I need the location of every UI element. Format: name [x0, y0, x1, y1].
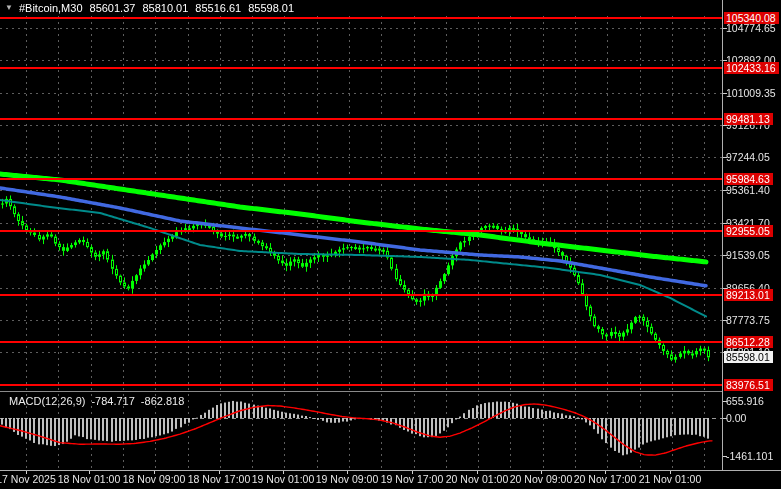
price-axis-label: 95361.40	[726, 184, 770, 196]
price-chart-canvas[interactable]	[0, 0, 781, 489]
chevron-down-icon[interactable]: ▼	[5, 3, 13, 12]
time-axis-label: 18 Nov 17:00	[188, 473, 250, 485]
chart-title-bar[interactable]: ▼ #Bitcoin,M30 85601.37 85810.01 85516.6…	[5, 1, 294, 14]
open-price: 85601.37	[90, 2, 136, 14]
macd-indicator-label: MACD(12,26,9) -784.717 -862.818	[9, 395, 184, 407]
time-axis-label: 17 Nov 2025	[0, 473, 56, 485]
price-axis-label: 101009.35	[726, 87, 776, 99]
price-level-label: 95984.63	[724, 173, 773, 185]
time-axis-label: 21 Nov 01:00	[639, 473, 701, 485]
price-axis-label: 97244.05	[726, 151, 770, 163]
macd-axis-label: -1461.101	[726, 450, 773, 462]
price-level-label: 99481.13	[724, 113, 773, 125]
time-axis-label: 18 Nov 01:00	[58, 473, 120, 485]
price-level-label: 89213.01	[724, 289, 773, 301]
time-axis-label: 19 Nov 01:00	[252, 473, 314, 485]
price-level-label: 83976.51	[724, 379, 773, 391]
macd-signal-value: -862.818	[141, 395, 184, 407]
macd-name: MACD(12,26,9)	[9, 395, 85, 407]
current-price-label: 85598.01	[724, 351, 773, 363]
trading-chart-window: ▼ #Bitcoin,M30 85601.37 85810.01 85516.6…	[0, 0, 781, 489]
price-axis-label: 87773.75	[726, 314, 770, 326]
time-axis-label: 20 Nov 09:00	[510, 473, 572, 485]
low-price: 85516.61	[195, 2, 241, 14]
high-price: 85810.01	[142, 2, 188, 14]
price-level-label: 102433.16	[724, 62, 779, 74]
macd-main-value: -784.717	[91, 395, 134, 407]
time-axis-label: 19 Nov 17:00	[381, 473, 443, 485]
price-axis-label: 91539.05	[726, 249, 770, 261]
price-level-label: 86512.28	[724, 336, 773, 348]
time-axis-label: 19 Nov 09:00	[316, 473, 378, 485]
macd-axis-label: 0.00	[726, 412, 746, 424]
macd-axis-label: 655.916	[726, 395, 764, 407]
close-price: 85598.01	[248, 2, 294, 14]
price-level-label: 105340.08	[724, 12, 779, 24]
price-level-label: 92955.05	[724, 225, 773, 237]
time-axis-label: 20 Nov 17:00	[574, 473, 636, 485]
time-axis-label: 18 Nov 09:00	[123, 473, 185, 485]
symbol-period-label: #Bitcoin,M30	[19, 2, 83, 14]
time-axis-label: 20 Nov 01:00	[446, 473, 508, 485]
